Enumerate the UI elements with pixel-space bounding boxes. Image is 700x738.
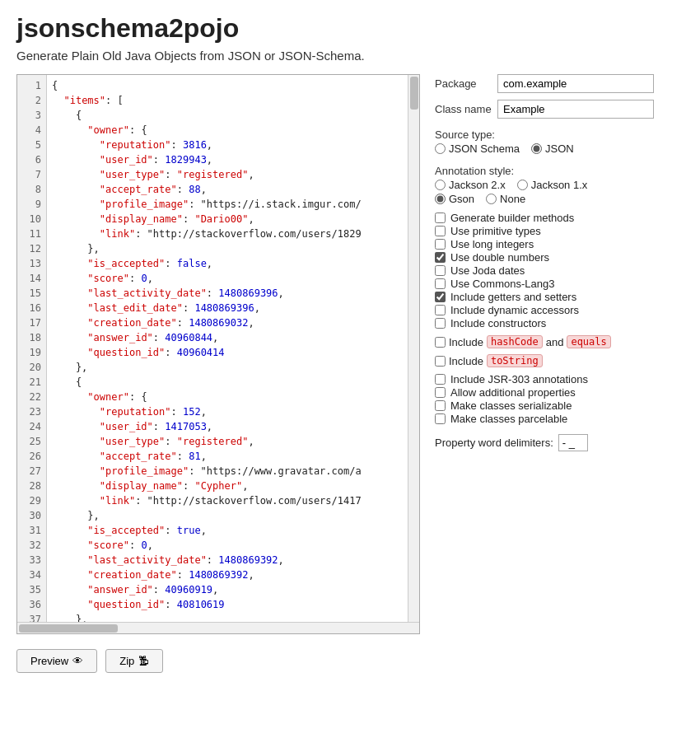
annotation-gson[interactable]: Gson — [435, 193, 474, 205]
checkbox-text-cb_builder: Generate builder methods — [450, 212, 574, 224]
checkbox-text-cb_double: Use double numbers — [450, 251, 549, 264]
line-numbers: 1234567891011121314151617181920212223242… — [17, 75, 47, 622]
source-type-group: JSON Schema JSON — [435, 142, 684, 155]
checkbox-text-cb_jsr303: Include JSR-303 annotations — [450, 373, 588, 385]
checkbox-text-cb_primitive: Use primitive types — [450, 225, 541, 237]
scrollbar-h-thumb[interactable] — [19, 624, 118, 633]
annotation-style-row2: Gson None — [435, 193, 684, 205]
checkbox-label-cb_primitive[interactable]: Use primitive types — [435, 225, 541, 237]
checkbox-label-cb_jsr303[interactable]: Include JSR-303 annotations — [435, 373, 588, 385]
checkbox-input-cb_commons[interactable] — [435, 278, 446, 289]
checkbox-row-cb_constructors: Include constructors — [435, 317, 684, 329]
checkbox-text-cb_serializable: Make classes serializable — [450, 399, 572, 412]
checkbox-label-cb_builder[interactable]: Generate builder methods — [435, 212, 574, 224]
checkbox-input-cb_primitive[interactable] — [435, 226, 446, 236]
annotation-jackson1[interactable]: Jackson 1.x — [517, 179, 588, 191]
include-prefix: Include — [449, 336, 483, 348]
checkbox-text-cb_additional: Allow additional properties — [450, 386, 576, 399]
checkbox-input-cb_joda[interactable] — [435, 265, 446, 276]
checkbox-label-cb_double[interactable]: Use double numbers — [435, 251, 549, 264]
package-row: Package — [435, 74, 684, 93]
zip-label: Zip — [119, 655, 134, 667]
horizontal-scrollbar[interactable] — [17, 622, 419, 633]
checkbox-row-cb_additional: Allow additional properties — [435, 386, 684, 399]
footer: Preview 👁 Zip 🗜 — [16, 649, 684, 673]
checkbox-input-cb_jsr303[interactable] — [435, 374, 446, 385]
classname-label: Class name — [435, 103, 492, 115]
checkbox-label-cb_long[interactable]: Use long integers — [435, 238, 534, 250]
checkbox-input-cb_builder[interactable] — [435, 213, 446, 223]
scrollbar-v-thumb[interactable] — [410, 77, 418, 110]
checkbox-row-cb_getters: Include getters and setters — [435, 291, 684, 303]
checkbox-input-cb_getters[interactable] — [435, 292, 446, 302]
checkbox-row-cb_double: Use double numbers — [435, 251, 684, 264]
checkbox-row-cb_dynamic: Include dynamic accessors — [435, 304, 684, 316]
preview-icon: 👁 — [72, 655, 83, 667]
checkbox-text-cb_commons: Use Commons-Lang3 — [450, 278, 554, 290]
checkboxes-group1: Generate builder methodsUse primitive ty… — [435, 212, 684, 330]
equals-tag: equals — [567, 335, 610, 348]
checkboxes-group2: Include JSR-303 annotationsAllow additio… — [435, 373, 684, 426]
include-tostring-checkbox[interactable] — [435, 356, 446, 367]
checkbox-row-cb_long: Use long integers — [435, 238, 684, 250]
checkbox-text-cb_long: Use long integers — [450, 238, 534, 250]
checkbox-input-cb_constructors[interactable] — [435, 318, 446, 329]
annotation-style-label: Annotation style: — [435, 165, 684, 177]
app-title: jsonschema2pojo — [16, 13, 684, 44]
checkbox-input-cb_additional[interactable] — [435, 387, 446, 398]
checkbox-label-cb_serializable[interactable]: Make classes serializable — [435, 399, 572, 412]
source-type-json-schema[interactable]: JSON Schema — [435, 142, 520, 155]
package-label: Package — [435, 77, 492, 90]
include-hashcode-label[interactable]: Include hashCode and equals — [435, 335, 611, 348]
package-input[interactable] — [497, 74, 654, 93]
annotation-jackson2[interactable]: Jackson 2.x — [435, 179, 506, 191]
include-prefix2: Include — [449, 355, 483, 367]
checkbox-input-cb_dynamic[interactable] — [435, 305, 446, 315]
checkbox-label-cb_constructors[interactable]: Include constructors — [435, 317, 546, 329]
checkbox-label-cb_joda[interactable]: Use Joda dates — [435, 264, 525, 277]
checkbox-row-cb_commons: Use Commons-Lang3 — [435, 278, 684, 290]
word-delimiters-row: Property word delimiters: — [435, 434, 684, 451]
checkbox-row-cb_primitive: Use primitive types — [435, 225, 684, 237]
tostring-tag: toString — [487, 354, 543, 367]
checkbox-label-cb_getters[interactable]: Include getters and setters — [435, 291, 576, 303]
checkbox-input-cb_double[interactable] — [435, 252, 446, 263]
options-panel: Package Class name Source type: JSON Sch… — [435, 74, 684, 451]
code-content[interactable]: { "items": [ { "owner": { "reputation": … — [47, 75, 408, 622]
checkbox-row-cb_serializable: Make classes serializable — [435, 399, 684, 412]
checkbox-label-cb_additional[interactable]: Allow additional properties — [435, 386, 576, 399]
preview-button[interactable]: Preview 👁 — [16, 649, 97, 673]
source-type-label: Source type: — [435, 128, 684, 141]
word-delimiters-input[interactable] — [558, 434, 588, 451]
zip-icon: 🗜 — [138, 655, 149, 667]
checkbox-text-cb_parcelable: Make classes parcelable — [450, 413, 567, 425]
include-tostring-row: Include toString — [435, 354, 684, 367]
zip-button[interactable]: Zip 🗜 — [105, 649, 163, 673]
include-hashcode-checkbox[interactable] — [435, 337, 446, 348]
checkbox-row-cb_joda: Use Joda dates — [435, 264, 684, 277]
checkbox-text-cb_getters: Include getters and setters — [450, 291, 576, 303]
vertical-scrollbar[interactable] — [408, 75, 419, 622]
annotation-none[interactable]: None — [486, 193, 525, 205]
include-tostring-label[interactable]: Include toString — [435, 354, 543, 367]
code-editor[interactable]: 1234567891011121314151617181920212223242… — [16, 74, 420, 634]
source-type-json[interactable]: JSON — [531, 142, 574, 155]
and-text: and — [546, 336, 564, 348]
include-hashcode-row: Include hashCode and equals — [435, 335, 684, 348]
checkbox-input-cb_long[interactable] — [435, 239, 446, 250]
checkbox-input-cb_serializable[interactable] — [435, 400, 446, 411]
checkbox-label-cb_dynamic[interactable]: Include dynamic accessors — [435, 304, 579, 316]
checkbox-text-cb_constructors: Include constructors — [450, 317, 546, 329]
checkbox-row-cb_jsr303: Include JSR-303 annotations — [435, 373, 684, 385]
checkbox-text-cb_joda: Use Joda dates — [450, 264, 525, 277]
classname-input[interactable] — [497, 100, 654, 119]
classname-row: Class name — [435, 100, 684, 119]
checkbox-text-cb_dynamic: Include dynamic accessors — [450, 304, 579, 316]
checkbox-label-cb_parcelable[interactable]: Make classes parcelable — [435, 413, 567, 425]
hashcode-tag: hashCode — [487, 335, 543, 348]
checkbox-row-cb_builder: Generate builder methods — [435, 212, 684, 224]
checkbox-input-cb_parcelable[interactable] — [435, 413, 446, 424]
checkbox-label-cb_commons[interactable]: Use Commons-Lang3 — [435, 278, 554, 290]
word-delimiters-label: Property word delimiters: — [435, 437, 553, 449]
annotation-style-section: Annotation style: Jackson 2.x Jackson 1.… — [435, 161, 684, 207]
